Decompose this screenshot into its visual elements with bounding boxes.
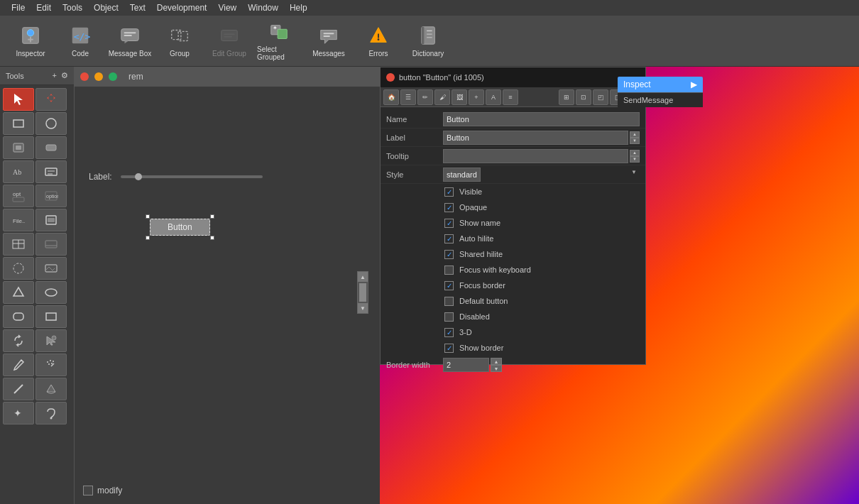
prop-show-border-checkbox[interactable] [444, 344, 454, 353]
canvas-slider[interactable] [121, 175, 263, 178]
inspector-label: Inspector [16, 50, 45, 57]
canvas-content[interactable]: Label: Button ▲ ▼ modify [75, 87, 380, 504]
svg-rect-18 [378, 33, 379, 38]
tool-scrollbar[interactable] [3, 136, 34, 159]
stepper-down[interactable]: ▼ [491, 365, 502, 372]
toolbar-messages[interactable]: Messages [304, 18, 354, 64]
prop-3d-checkbox[interactable] [444, 328, 454, 337]
tool-scrollbar2[interactable] [35, 209, 67, 231]
menu-text[interactable]: Text [124, 1, 151, 14]
menu-edit[interactable]: Edit [31, 1, 57, 14]
tool-file[interactable]: File... [3, 209, 34, 231]
props-tool-format[interactable]: ≡ [503, 89, 518, 105]
tool-ellipse[interactable] [35, 281, 67, 304]
prop-visible-checkbox[interactable] [444, 187, 454, 197]
tool-image[interactable] [35, 257, 67, 280]
tool-graphic[interactable] [3, 257, 34, 280]
inspect-header[interactable]: Inspect ▶ [618, 77, 703, 92]
tool-rect2[interactable] [35, 305, 67, 328]
inspect-send-message[interactable]: SendMessage [618, 92, 703, 107]
window-minimize-dot[interactable] [94, 72, 103, 81]
svg-rect-21 [422, 27, 425, 44]
canvas-area: rem Label: Button ▲ ▼ [75, 67, 380, 504]
prop-label-input[interactable] [443, 131, 628, 145]
toolbar-group[interactable]: Group [155, 18, 204, 64]
menu-object[interactable]: Object [88, 1, 124, 14]
prop-shared-hilite-checkbox[interactable] [444, 250, 454, 259]
prop-disabled-checkbox[interactable] [444, 312, 454, 322]
svg-line-60 [14, 385, 23, 393]
props-tool-icon1[interactable]: ⊞ [559, 89, 574, 105]
toolbar-code[interactable]: </> Code [55, 18, 105, 64]
tool-rotate[interactable] [3, 329, 34, 352]
scrollbar-down[interactable]: ▼ [358, 303, 368, 313]
props-tool-brush[interactable]: 🖌 [434, 89, 450, 105]
prop-auto-hilite-checkbox[interactable] [444, 234, 454, 243]
toolbar-inspector[interactable]: Inspector [6, 18, 55, 64]
tool-pointer[interactable] [3, 88, 34, 111]
add-tool-icon[interactable]: + [53, 71, 57, 80]
props-tool-list[interactable]: ☰ [400, 89, 416, 105]
prop-label-step-down[interactable]: ▼ [630, 138, 640, 144]
props-tool-image[interactable]: 🖼 [452, 89, 467, 105]
tool-list[interactable]: opt [3, 185, 34, 207]
props-tool-icon2[interactable]: ⊡ [576, 89, 591, 105]
prop-show-name-label: Show name [459, 219, 500, 227]
tool-label[interactable]: Ab [3, 160, 34, 183]
tool-line[interactable] [3, 378, 34, 400]
scrollbar-up[interactable]: ▲ [358, 272, 368, 282]
toolbar-dictionary[interactable]: Dictionary [403, 18, 453, 64]
tool-polygon[interactable] [3, 281, 34, 304]
prop-show-name-checkbox[interactable] [444, 219, 454, 228]
window-close-dot[interactable] [80, 72, 89, 81]
prop-opaque-checkbox[interactable] [444, 203, 454, 212]
tool-menu[interactable]: option [35, 185, 67, 207]
props-tool-icon3[interactable]: ◰ [593, 89, 608, 105]
toolbar-errors[interactable]: Errors [354, 18, 403, 64]
prop-focus-keyboard-checkbox[interactable] [444, 265, 454, 275]
prop-tooltip-step-up[interactable]: ▲ [630, 150, 640, 156]
prop-label-step-up[interactable]: ▲ [630, 131, 640, 138]
props-close-dot[interactable] [386, 73, 395, 82]
tool-spray[interactable] [35, 354, 67, 376]
stepper-up[interactable]: ▲ [491, 358, 502, 365]
tool-field[interactable] [35, 160, 67, 183]
modify-checkbox[interactable] [83, 486, 93, 495]
menu-file[interactable]: File [6, 1, 31, 14]
props-tool-add[interactable]: + [469, 89, 484, 105]
prop-3d-label: 3-D [459, 328, 472, 336]
tool-roundrect[interactable] [35, 112, 67, 135]
menu-tools[interactable]: Tools [57, 1, 88, 14]
menu-view[interactable]: View [212, 1, 242, 14]
prop-tooltip-step-down[interactable]: ▼ [630, 156, 640, 163]
menu-development[interactable]: Development [151, 1, 213, 14]
tool-bucket[interactable]: ✦ [3, 402, 34, 424]
menu-window[interactable]: Window [242, 1, 284, 14]
prop-focus-border-checkbox[interactable] [444, 281, 454, 290]
tool-table[interactable] [3, 233, 34, 256]
menu-help[interactable]: Help [284, 1, 313, 14]
tool-extra[interactable] [35, 402, 67, 424]
tool-player[interactable] [35, 233, 67, 256]
prop-style-select[interactable]: standard default oval popup [443, 168, 481, 182]
props-tool-font[interactable]: A [486, 89, 501, 105]
props-tool-edit[interactable]: ✏ [417, 89, 433, 105]
prop-name-input[interactable] [443, 112, 640, 126]
toolbar-select-grouped[interactable]: Select Grouped [254, 18, 304, 64]
tool-rectangle[interactable] [3, 112, 34, 135]
tool-reflect[interactable] [35, 329, 67, 352]
tool-pencil[interactable] [3, 354, 34, 376]
canvas-scrollbar[interactable]: ▲ ▼ [357, 271, 368, 314]
prop-border-width-input[interactable] [443, 358, 489, 372]
tool-button[interactable] [35, 136, 67, 159]
window-zoom-dot[interactable] [109, 72, 117, 81]
tool-fill[interactable] [35, 378, 67, 400]
gear-icon[interactable]: ⚙ [61, 71, 68, 80]
prop-tooltip-input[interactable] [443, 149, 628, 163]
props-tool-home[interactable]: 🏠 [383, 89, 399, 105]
tool-move[interactable] [35, 88, 67, 111]
tool-roundrect2[interactable] [3, 305, 34, 328]
prop-default-button-checkbox[interactable] [444, 297, 454, 306]
toolbar-message-box[interactable]: Message Box [105, 18, 155, 64]
canvas-button[interactable]: Button [150, 219, 210, 236]
